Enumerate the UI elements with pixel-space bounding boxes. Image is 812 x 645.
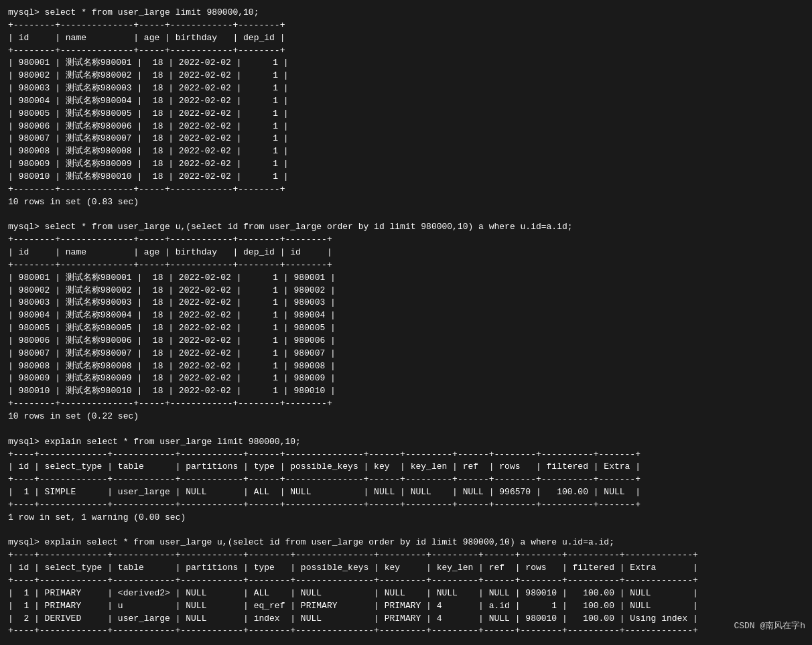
terminal-output: mysql> select * from user_large limit 98… (8, 7, 804, 638)
watermark: CSDN @南风在字h (734, 620, 805, 633)
